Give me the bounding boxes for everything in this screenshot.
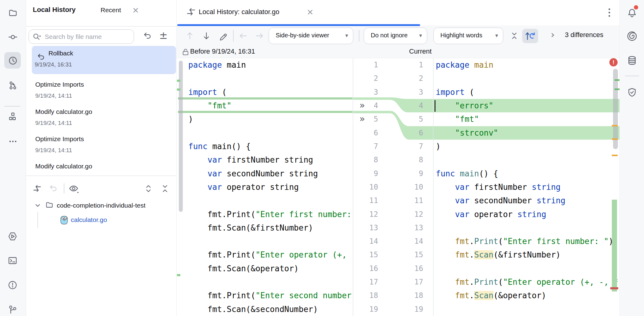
code-line[interactable]: package main xyxy=(436,58,493,72)
line-number-right: 1 xyxy=(389,58,423,72)
forward-icon[interactable] xyxy=(255,31,264,40)
viewer-mode-dropdown[interactable]: Side-by-side viewer ▾ xyxy=(269,28,353,44)
expand-all-icon[interactable] xyxy=(144,184,153,194)
code-line[interactable]: fmt.Print("Enter second number: ") xyxy=(188,289,353,302)
code-line[interactable]: func main() { xyxy=(436,167,498,180)
code-line[interactable]: "strconv" xyxy=(436,126,498,140)
synchronize-scrolling-toggle[interactable] xyxy=(522,29,538,43)
history-item[interactable]: Rollback9/19/24, 16:31 xyxy=(32,46,176,74)
code-token: ( xyxy=(498,277,503,287)
previous-difference-icon[interactable] xyxy=(185,31,194,40)
history-item[interactable]: Modify calculator.go xyxy=(32,159,176,187)
stripe-mark-error[interactable] xyxy=(610,287,618,289)
code-token: package xyxy=(436,60,470,70)
tab-recent-close-icon[interactable]: × xyxy=(132,6,139,14)
stripe-mark-warning[interactable] xyxy=(612,138,618,140)
editor-tab-close-icon[interactable]: × xyxy=(307,8,314,16)
folder-icon xyxy=(45,201,54,209)
next-difference-icon[interactable] xyxy=(202,31,211,40)
code-line[interactable]: var firstNumber string xyxy=(436,180,561,194)
search-input[interactable] xyxy=(44,30,128,43)
code-token: "Enter operator (+, -, *, /): " xyxy=(255,250,353,259)
code-line[interactable]: "errors" xyxy=(436,99,493,112)
code-line[interactable]: "fmt" xyxy=(188,99,232,112)
edit-icon[interactable] xyxy=(218,31,228,41)
database-icon[interactable] xyxy=(627,55,638,66)
code-line[interactable]: var secondNumber string xyxy=(436,194,565,207)
highlight-mode-dropdown[interactable]: Highlight words ▾ xyxy=(433,28,503,44)
create-patch-icon[interactable]: ± xyxy=(159,29,168,41)
code-line[interactable]: package main xyxy=(188,58,246,72)
code-line[interactable]: var operator string xyxy=(188,180,299,194)
history-clock-icon[interactable] xyxy=(8,56,18,66)
stripe-mark-green[interactable] xyxy=(615,88,619,90)
git-branch-icon[interactable] xyxy=(7,305,18,315)
diff-right-pane[interactable]: package mainimport ( "errors" "fmt" "str… xyxy=(433,58,619,316)
pull-request-icon[interactable] xyxy=(8,81,18,90)
search-field[interactable] xyxy=(29,29,134,44)
code-line[interactable]: fmt.Scan(&firstNumber) xyxy=(188,221,313,235)
code-line[interactable]: fmt.Scan(&secondNumber) xyxy=(188,303,318,316)
code-line[interactable]: fmt.Scan(&operator) xyxy=(436,289,546,302)
ignore-policy-dropdown[interactable]: Do not ignore ▾ xyxy=(364,28,427,44)
revert-revision-icon[interactable] xyxy=(49,184,58,193)
stripe-mark-warning[interactable] xyxy=(612,155,618,156)
code-line[interactable]: fmt.Scan(&operator) xyxy=(188,262,299,275)
code-line[interactable]: func main() { xyxy=(188,140,251,153)
collapse-all-icon[interactable] xyxy=(160,184,170,194)
history-item[interactable]: Optimize Imports9/19/24, 14:11 xyxy=(32,132,176,160)
right-line-numbers: 12345678910111213141516171819 xyxy=(389,58,423,316)
code-line[interactable]: fmt.Print("Enter operator (+, -, *, /): … xyxy=(188,248,353,261)
tree-item-project-root[interactable]: code-completion-individual-test xyxy=(57,202,145,209)
revert-icon[interactable] xyxy=(143,31,152,40)
shield-check-icon[interactable] xyxy=(627,87,638,98)
project-folder-icon[interactable] xyxy=(8,8,18,18)
preview-eye-icon[interactable] xyxy=(68,184,79,194)
structure-icon[interactable] xyxy=(8,111,18,121)
show-diff-icon[interactable] xyxy=(32,184,42,194)
tab-local-history[interactable]: Local History xyxy=(33,6,75,14)
history-item-date: 9/19/24, 14:11 xyxy=(35,120,72,126)
code-line[interactable]: "fmt" xyxy=(436,112,479,126)
problems-icon[interactable] xyxy=(7,280,18,290)
code-line[interactable]: fmt.Print("Enter first number: ") xyxy=(188,208,353,221)
history-item[interactable]: Optimize Imports9/19/24, 14:11 xyxy=(32,77,176,105)
left-scrollbar[interactable] xyxy=(179,61,183,212)
code-line[interactable]: var operator string xyxy=(436,208,546,221)
kebab-menu-icon[interactable] xyxy=(605,7,614,19)
stripe-added-region[interactable] xyxy=(612,200,617,292)
right-scrollbar[interactable] xyxy=(613,69,618,149)
back-icon[interactable] xyxy=(239,31,248,40)
code-line[interactable]: ) xyxy=(436,140,441,153)
editor-tab-title[interactable]: Local History: calculator.go xyxy=(199,8,279,16)
code-line[interactable]: fmt.Print("Enter first number: ") xyxy=(436,235,613,248)
terminal-icon[interactable] xyxy=(7,255,18,266)
ai-assistant-icon[interactable] xyxy=(627,31,638,42)
code-line[interactable]: var secondNumber string xyxy=(188,167,318,180)
code-line[interactable]: fmt.Print("Enter operator (+, -, *, /): … xyxy=(436,275,619,289)
diff-left-pane[interactable]: package mainimport ( "fmt")func main() {… xyxy=(177,58,353,316)
apply-change-marker[interactable]: » xyxy=(359,99,365,112)
code-line[interactable]: import ( xyxy=(188,85,227,99)
chevron-down-icon[interactable] xyxy=(34,202,41,209)
error-indicator-badge[interactable]: ! xyxy=(609,58,618,66)
more-icon[interactable] xyxy=(8,137,18,146)
line-number-left: 11 xyxy=(353,194,378,207)
run-icon[interactable] xyxy=(7,231,18,242)
commit-icon[interactable] xyxy=(8,32,18,42)
code-line[interactable]: var firstNumber string xyxy=(188,153,313,167)
collapse-unchanged-icon[interactable] xyxy=(510,31,519,41)
code-line[interactable]: fmt.Scan(&firstNumber) xyxy=(436,248,561,261)
code-line[interactable]: import ( xyxy=(436,85,474,99)
history-item[interactable]: Modify calculator.go9/19/24, 14:11 xyxy=(32,104,176,133)
tab-recent[interactable]: Recent xyxy=(101,6,121,14)
code-token: var xyxy=(208,155,222,164)
stripe-mark-warning[interactable] xyxy=(612,125,618,126)
apply-change-marker[interactable]: » xyxy=(359,112,365,126)
stripe-mark-green[interactable] xyxy=(615,79,619,81)
tree-item-calculator-go[interactable]: calculator.go xyxy=(71,216,107,224)
code-line[interactable]: ) xyxy=(188,112,193,126)
line-number-left: 2 xyxy=(353,72,378,85)
expand-chevron-icon[interactable]: › xyxy=(551,29,555,40)
code-token xyxy=(436,291,455,300)
